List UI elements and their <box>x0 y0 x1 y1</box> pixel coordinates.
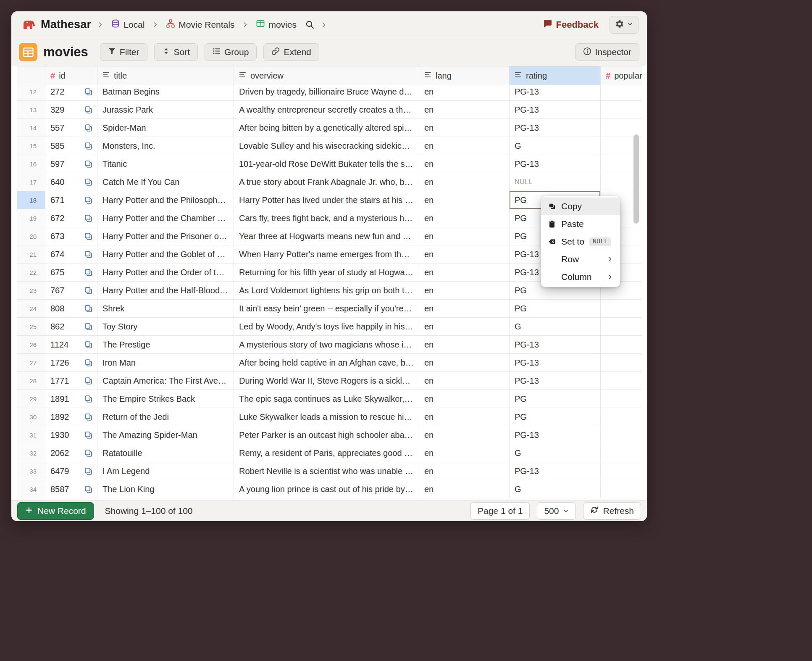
record-link-icon[interactable] <box>84 340 93 349</box>
inspector-button[interactable]: Inspector <box>575 43 639 61</box>
rating-cell[interactable]: PG-13 <box>510 372 601 390</box>
id-cell[interactable]: 1124 <box>45 336 97 353</box>
record-link-icon[interactable] <box>84 449 93 458</box>
lang-cell[interactable]: en <box>419 336 510 353</box>
record-link-icon[interactable] <box>84 358 93 367</box>
lang-cell[interactable]: en <box>419 354 510 371</box>
lang-cell[interactable]: en <box>419 426 510 444</box>
row-number-cell[interactable]: 18 <box>17 191 45 209</box>
title-cell[interactable]: Harry Potter and the Goblet of Fire <box>97 245 234 263</box>
row-number-cell[interactable]: 20 <box>17 227 45 245</box>
id-cell[interactable]: 557 <box>45 119 97 137</box>
record-link-icon[interactable] <box>84 124 93 132</box>
lang-cell[interactable]: en <box>419 318 510 335</box>
id-cell[interactable]: 1930 <box>45 426 97 444</box>
popularity-cell[interactable] <box>601 318 642 335</box>
record-link-icon[interactable] <box>84 142 93 150</box>
row-number-cell[interactable]: 15 <box>17 137 45 155</box>
id-cell[interactable]: 672 <box>45 209 97 227</box>
id-cell[interactable]: 675 <box>45 263 97 281</box>
rating-cell[interactable]: G <box>510 137 601 155</box>
overview-cell[interactable]: Harry Potter has lived under the stairs … <box>234 191 419 209</box>
new-record-button[interactable]: New Record <box>17 502 94 520</box>
id-cell[interactable]: 767 <box>45 282 97 299</box>
record-link-icon[interactable] <box>84 268 93 277</box>
context-menu-item-copy[interactable]: Copy <box>541 198 620 215</box>
lang-cell[interactable]: en <box>419 263 510 281</box>
overview-cell[interactable]: As Lord Voldemort tightens his grip on b… <box>234 282 419 299</box>
id-cell[interactable]: 329 <box>45 101 97 119</box>
popularity-cell[interactable] <box>601 300 642 317</box>
lang-cell[interactable]: en <box>419 173 510 191</box>
row-number-cell[interactable]: 19 <box>17 209 45 227</box>
rating-cell[interactable]: PG-13 <box>510 119 601 137</box>
page-size-select[interactable]: 500 <box>537 502 576 520</box>
row-number-cell[interactable]: 31 <box>17 426 45 444</box>
id-cell[interactable]: 1892 <box>45 408 97 426</box>
overview-cell[interactable]: Luke Skywalker leads a mission to rescue… <box>234 408 419 426</box>
context-menu-item-set-to-null[interactable]: Set to NULL <box>541 233 620 250</box>
row-number-cell[interactable]: 33 <box>17 462 45 480</box>
context-menu-item-column[interactable]: Column <box>541 268 620 286</box>
row-number-cell[interactable]: 22 <box>17 263 45 281</box>
title-cell[interactable]: Harry Potter and the Order of the P… <box>97 263 234 281</box>
popularity-cell[interactable] <box>601 336 642 353</box>
title-cell[interactable]: Jurassic Park <box>97 101 234 119</box>
popularity-cell[interactable] <box>601 354 642 371</box>
overview-cell[interactable]: Returning for his fifth year of study at… <box>234 263 419 281</box>
record-link-icon[interactable] <box>84 87 93 96</box>
context-menu-item-row[interactable]: Row <box>541 250 620 268</box>
row-number-cell[interactable]: 23 <box>17 282 45 299</box>
lang-cell[interactable]: en <box>419 227 510 245</box>
row-number-cell[interactable]: 12 <box>17 85 45 100</box>
overview-cell[interactable]: The epic saga continues as Luke Skywalke… <box>234 390 419 408</box>
lang-cell[interactable]: en <box>419 209 510 227</box>
record-link-icon[interactable] <box>84 485 93 494</box>
record-link-icon[interactable] <box>84 395 93 403</box>
rating-cell[interactable]: PG-13 <box>510 85 601 100</box>
rating-cell[interactable]: PG-13 <box>510 354 601 371</box>
rating-cell[interactable]: G <box>510 480 601 498</box>
column-header-rating[interactable]: rating <box>510 66 601 85</box>
row-number-cell[interactable]: 17 <box>17 173 45 191</box>
lang-cell[interactable]: en <box>419 300 510 317</box>
lang-cell[interactable]: en <box>419 372 510 390</box>
rating-cell[interactable]: G <box>510 444 601 462</box>
rating-cell[interactable]: PG-13 <box>510 155 601 173</box>
title-cell[interactable]: Ratatouille <box>97 444 234 462</box>
title-cell[interactable]: Shrek <box>97 300 234 317</box>
page-indicator-button[interactable]: Page 1 of 1 <box>470 502 530 520</box>
id-cell[interactable]: 272 <box>45 85 97 100</box>
id-cell[interactable]: 6479 <box>45 462 97 480</box>
record-link-icon[interactable] <box>84 160 93 169</box>
lang-cell[interactable]: en <box>419 390 510 408</box>
record-link-icon[interactable] <box>84 377 93 385</box>
overview-cell[interactable]: Led by Woody, Andy's toys live happily i… <box>234 318 419 335</box>
title-cell[interactable]: Spider-Man <box>97 119 234 137</box>
record-link-icon[interactable] <box>84 250 93 259</box>
lang-cell[interactable]: en <box>419 408 510 426</box>
row-number-cell[interactable]: 32 <box>17 444 45 462</box>
title-cell[interactable]: The Empire Strikes Back <box>97 390 234 408</box>
overview-cell[interactable]: Driven by tragedy, billionaire Bruce Way… <box>234 85 419 100</box>
record-link-icon[interactable] <box>84 286 93 295</box>
title-cell[interactable]: Batman Begins <box>97 85 234 100</box>
id-cell[interactable]: 585 <box>45 137 97 155</box>
popularity-cell[interactable] <box>601 426 642 444</box>
column-header-overview[interactable]: overview <box>234 66 419 85</box>
title-cell[interactable]: I Am Legend <box>97 462 234 480</box>
rating-cell[interactable]: PG-13 <box>510 462 601 480</box>
title-cell[interactable]: Harry Potter and the Half-Blood Pri… <box>97 282 234 299</box>
lang-cell[interactable]: en <box>419 282 510 299</box>
overview-cell[interactable]: A wealthy entrepreneur secretly creates … <box>234 101 419 119</box>
rating-cell[interactable]: PG-13 <box>510 336 601 353</box>
popularity-cell[interactable] <box>601 372 642 390</box>
record-link-icon[interactable] <box>84 214 93 223</box>
title-cell[interactable]: Monsters, Inc. <box>97 137 234 155</box>
overview-cell[interactable]: Year three at Hogwarts means new fun and… <box>234 227 419 245</box>
group-button[interactable]: Group <box>205 43 257 61</box>
record-link-icon[interactable] <box>84 105 93 114</box>
id-cell[interactable]: 1891 <box>45 390 97 408</box>
overview-cell[interactable]: Cars fly, trees fight back, and a myster… <box>234 209 419 227</box>
overview-cell[interactable]: A true story about Frank Abagnale Jr. wh… <box>234 173 419 191</box>
